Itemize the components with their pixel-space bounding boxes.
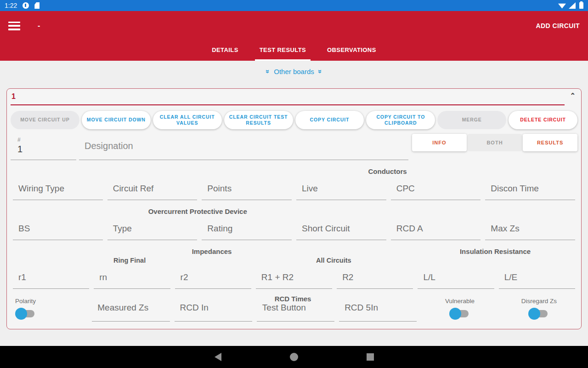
circuit-id-field[interactable]: # 1 — [11, 134, 76, 160]
disregard-zs-toggle[interactable] — [528, 308, 549, 320]
home-button[interactable] — [286, 349, 302, 365]
field-big-r2[interactable]: R2 — [337, 264, 413, 289]
field-rn[interactable]: rn — [94, 264, 170, 289]
section-title-rcd-times: RCD Times — [275, 295, 311, 303]
tab-details[interactable]: DETAILS — [207, 46, 243, 61]
section-title-conductors: Conductors — [368, 167, 407, 175]
chevron-double-down-icon: » — [264, 69, 272, 73]
home-icon — [290, 353, 298, 361]
copy-circuit-button[interactable]: COPY CIRCUIT — [295, 111, 364, 129]
add-circuit-button[interactable]: ADD CIRCUIT — [536, 22, 580, 29]
section-title-ocpd: Overcurrent Protective Device — [148, 207, 247, 215]
field-r1[interactable]: r1 — [13, 264, 89, 289]
recents-button[interactable] — [362, 349, 378, 365]
designation-field[interactable]: Designation — [79, 134, 408, 160]
circuit-id-label: # — [17, 137, 76, 143]
view-toggle-both-button[interactable]: BOTH — [468, 134, 522, 151]
delete-circuit-button[interactable]: DELETE CIRCUIT — [509, 111, 577, 129]
move-circuit-down-button[interactable]: MOVE CIRCUIT DOWN — [82, 111, 151, 129]
section-title-insulation-resistance: Insulation Resistance — [460, 247, 531, 255]
field-max-zs[interactable]: Max Zs — [485, 216, 575, 240]
field-live[interactable]: Live — [296, 176, 386, 200]
wifi-icon — [558, 3, 566, 9]
clear-all-circuit-values-button[interactable]: CLEAR ALL CIRCUIT VALUES — [153, 111, 222, 129]
field-r2[interactable]: r2 — [175, 264, 251, 289]
move-circuit-up-button[interactable]: MOVE CIRCUIT UP — [11, 111, 79, 129]
android-nav-bar — [0, 346, 588, 368]
field-circuit-ref[interactable]: Circuit Ref — [107, 176, 198, 200]
polarity-toggle[interactable] — [15, 308, 36, 320]
field-l-e[interactable]: L/E — [499, 264, 575, 289]
section-title-all-circuits: All Circuits — [316, 257, 351, 264]
field-r1-plus-r2[interactable]: R1 + R2 — [256, 264, 332, 289]
tab-test-results[interactable]: TEST RESULTS — [255, 46, 311, 61]
chevron-double-down-icon: » — [316, 69, 324, 73]
circuit-number: 1 — [11, 92, 565, 105]
cell-signal-icon — [569, 2, 576, 9]
field-rcd-a[interactable]: RCD A — [391, 216, 481, 240]
notification-badge-icon — [23, 2, 29, 9]
field-wiring-type[interactable]: Wiring Type — [13, 176, 103, 200]
field-rating[interactable]: Rating — [202, 216, 292, 240]
copy-circuit-to-clipboard-button[interactable]: COPY CIRCUIT TO CLIPBOARD — [366, 111, 435, 129]
menu-icon[interactable] — [8, 22, 20, 30]
field-type[interactable]: Type — [107, 216, 198, 240]
field-bs[interactable]: BS — [13, 216, 103, 240]
section-title-ring-final: Ring Final — [113, 257, 146, 264]
field-discon-time[interactable]: Discon Time — [485, 176, 575, 200]
vulnerable-toggle[interactable] — [449, 308, 470, 320]
other-boards-link[interactable]: » Other boards » — [0, 61, 588, 82]
sdcard-icon — [34, 2, 40, 9]
clear-circuit-test-results-button[interactable]: CLEAR CIRCUIT TEST RESULTS — [224, 111, 293, 129]
view-toggle-info-button[interactable]: INFO — [412, 134, 467, 151]
status-bar: 1:22 — [0, 0, 588, 11]
page-title: - — [38, 22, 40, 30]
circuit-toolbar: MOVE CIRCUIT UP MOVE CIRCUIT DOWN CLEAR … — [11, 111, 577, 129]
tab-bar: DETAILS TEST RESULTS OBSERVATIONS — [0, 46, 588, 61]
field-cpc[interactable]: CPC — [391, 176, 481, 200]
back-icon — [215, 353, 221, 361]
battery-icon — [579, 2, 583, 9]
back-button[interactable] — [210, 349, 226, 365]
collapse-icon[interactable]: ⌃ — [570, 92, 576, 100]
recents-icon — [367, 353, 374, 361]
view-toggle-results-button[interactable]: RESULTS — [523, 134, 577, 151]
circuit-id-value: 1 — [17, 144, 76, 155]
circuit-card: 1 ⌃ MOVE CIRCUIT UP MOVE CIRCUIT DOWN CL… — [6, 88, 582, 329]
clock: 1:22 — [5, 2, 17, 9]
merge-button[interactable]: MERGE — [437, 111, 506, 129]
view-toggle: INFO BOTH RESULTS — [412, 134, 577, 151]
app-bar: - ADD CIRCUIT DETAILS TEST RESULTS OBSER… — [0, 11, 588, 61]
section-title-impedances: Impedances — [192, 247, 232, 255]
field-short-circuit[interactable]: Short Circuit — [296, 216, 386, 240]
tab-observations[interactable]: OBSERVATIONS — [322, 46, 381, 61]
field-points[interactable]: Points — [202, 176, 292, 200]
other-boards-label: Other boards — [274, 68, 314, 75]
field-l-l[interactable]: L/L — [418, 264, 494, 289]
